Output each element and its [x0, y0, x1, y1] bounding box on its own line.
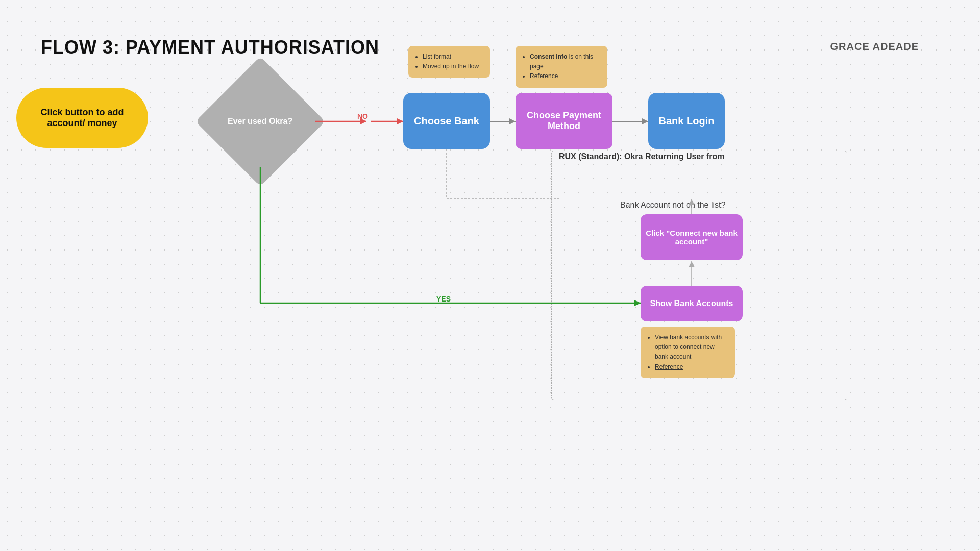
- svg-marker-6: [397, 118, 403, 124]
- annotation-choose-payment: Consent info is on this page Reference: [516, 46, 607, 88]
- decision-node: Ever used Okra?: [204, 76, 316, 167]
- svg-marker-10: [642, 118, 648, 124]
- page-title: FLOW 3: PAYMENT AUTHORISATION: [41, 37, 379, 58]
- show-bank-accounts-node: Show Bank Accounts: [641, 286, 743, 321]
- rux-label: RUX (Standard): Okra Returning User from: [559, 152, 724, 161]
- bank-login-node: Bank Login: [648, 93, 725, 149]
- no-label: NO: [357, 112, 368, 120]
- annotation-show-bank: View bank accounts with option to connec…: [641, 327, 735, 378]
- choose-bank-node: Choose Bank: [403, 93, 490, 149]
- yes-label: YES: [436, 295, 451, 303]
- start-node: Click button to add account/ money: [16, 88, 148, 148]
- author-label: GRACE ADEADE: [830, 41, 919, 53]
- connect-bank-node: Click "Connect new bank account": [641, 214, 743, 260]
- svg-marker-8: [509, 118, 516, 124]
- annotation-choose-bank: List format Moved up in the flow: [408, 46, 490, 78]
- choose-payment-node: Choose Payment Method: [516, 93, 612, 149]
- bank-account-label: Bank Account not on the list?: [620, 201, 725, 210]
